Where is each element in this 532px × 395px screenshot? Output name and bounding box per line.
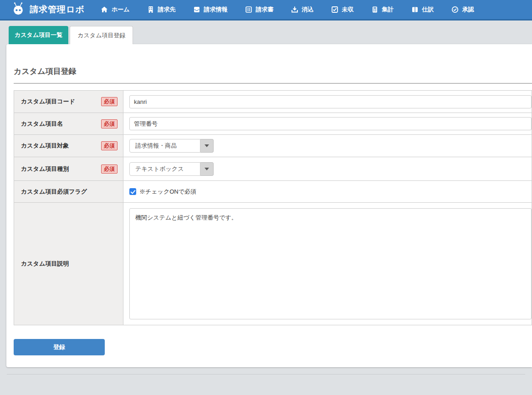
navbar: 請求管理ロボ ホーム 請求先 請求情報 請求書 [0,0,532,21]
field-label-name: カスタム項目名 [21,120,63,128]
custom-item-name-input[interactable] [129,117,532,130]
nav-item-home[interactable]: ホーム [92,0,138,19]
form-row-kind: カスタム項目種別 必須 テキストボックス [14,157,532,181]
brand-title: 請求管理ロボ [30,4,85,15]
nav-label: 未収 [342,5,354,14]
nav-item-reconciliation[interactable]: 消込 [282,0,322,19]
calculator-icon [371,6,379,13]
required-badge: 必須 [101,119,118,128]
required-flag-checkbox[interactable] [129,188,136,195]
checkbox-note: ※チェックONで必須 [139,188,196,196]
custom-item-form-table: カスタム項目コード 必須 カスタム項目名 必須 カスタム項目 [14,90,532,325]
select-dropdown-button[interactable] [200,139,214,153]
custom-item-code-input[interactable] [129,95,532,108]
chevron-down-icon [205,144,209,147]
nav-label: ホーム [112,5,130,14]
footer-divider [7,374,525,374]
tabbar: カスタム項目一覧 カスタム項目登録 [9,26,532,44]
submit-button[interactable]: 登録 [14,339,105,355]
custom-item-target-select[interactable]: 請求情報・商品 [129,139,214,153]
nav-label: 請求先 [158,5,176,14]
custom-item-kind-select[interactable]: テキストボックス [129,162,214,176]
form-row-required-flag: カスタム項目必須フラグ ※チェックONで必須 [14,181,532,203]
invoice-icon [245,6,252,13]
page-title: カスタム項目登録 [14,66,532,77]
nav-label: 請求情報 [204,5,228,14]
required-badge: 必須 [101,97,118,106]
tab-custom-item-register[interactable]: カスタム項目登録 [70,26,133,44]
required-badge: 必須 [101,164,118,174]
custom-item-description-textarea[interactable] [129,208,532,319]
nav-item-journal[interactable]: 仕訳 [403,0,443,19]
nav-label: 請求書 [256,5,274,14]
checkbox-icon [331,6,338,13]
nav-label: 消込 [302,5,314,14]
form-row-name: カスタム項目名 必須 [14,113,532,135]
form-row-code: カスタム項目コード 必須 [14,91,532,113]
select-selected-value: 請求情報・商品 [129,139,200,153]
nav-item-invoices[interactable]: 請求書 [236,0,282,19]
field-label-target: カスタム項目対象 [21,142,69,150]
select-dropdown-button[interactable] [200,162,214,176]
nav-label: 仕訳 [422,5,434,14]
journal-icon [411,6,419,13]
download-icon [291,6,298,13]
field-label-description: カスタム項目説明 [21,260,69,268]
tab-label: カスタム項目一覧 [15,31,62,39]
nav-item-approval[interactable]: 承認 [443,0,483,19]
robot-logo-icon [11,2,26,18]
tab-label: カスタム項目登録 [77,31,125,40]
nav-label: 承認 [462,5,474,14]
tab-custom-item-list[interactable]: カスタム項目一覧 [9,26,68,44]
nav-items: ホーム 請求先 請求情報 請求書 消込 [92,0,483,19]
content-panel: カスタム項目登録 カスタム項目コード 必須 カスタム項目名 必須 [6,44,532,367]
approval-icon [451,6,459,13]
form-row-target: カスタム項目対象 必須 請求情報・商品 [14,135,532,157]
brand-logo[interactable]: 請求管理ロボ [11,2,92,18]
field-label-required-flag: カスタム項目必須フラグ [21,188,87,196]
nav-item-billing-info[interactable]: 請求情報 [184,0,236,19]
chevron-down-icon [205,168,209,170]
building-icon [147,6,154,13]
form-row-description: カスタム項目説明 [14,203,532,325]
nav-item-aggregation[interactable]: 集計 [363,0,403,19]
nav-item-billing-customers[interactable]: 請求先 [138,0,184,19]
inbox-icon [193,6,200,13]
title-divider [14,83,532,84]
required-badge: 必須 [101,141,118,150]
home-icon [101,6,108,13]
nav-item-unpaid[interactable]: 未収 [322,0,363,19]
nav-label: 集計 [382,5,394,14]
field-label-kind: カスタム項目種別 [21,165,69,173]
select-selected-value: テキストボックス [129,162,200,176]
field-label-code: カスタム項目コード [21,97,75,106]
